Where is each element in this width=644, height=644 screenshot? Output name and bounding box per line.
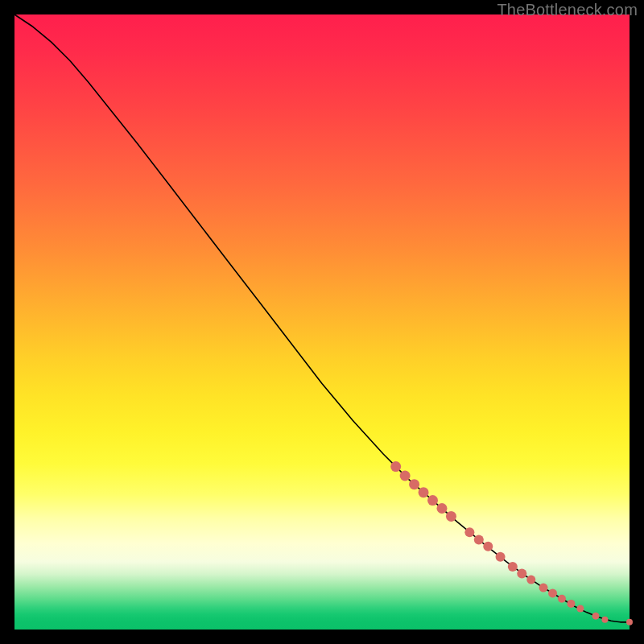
data-point-marker xyxy=(592,613,599,620)
data-point-marker xyxy=(576,605,584,613)
data-point-marker xyxy=(436,503,447,514)
data-point-marker xyxy=(539,584,548,592)
data-point-marker xyxy=(400,471,411,481)
data-point-marker xyxy=(601,617,608,623)
chart-stage: TheBottleneck.com xyxy=(0,0,644,644)
data-point-marker xyxy=(517,568,526,578)
data-point-marker xyxy=(474,535,484,544)
series-markers xyxy=(390,461,633,625)
data-point-marker xyxy=(567,600,575,608)
data-point-marker xyxy=(464,527,474,537)
chart-plot-area xyxy=(14,14,630,630)
data-point-marker xyxy=(419,487,429,497)
data-point-marker xyxy=(558,595,566,603)
data-point-marker xyxy=(526,576,535,584)
series-line xyxy=(14,14,630,622)
data-point-marker xyxy=(427,495,438,506)
data-point-marker xyxy=(446,511,456,522)
data-point-marker xyxy=(508,562,518,572)
watermark-text: TheBottleneck.com xyxy=(497,1,638,19)
data-point-marker xyxy=(409,479,419,489)
data-point-marker xyxy=(496,552,506,562)
data-point-marker xyxy=(626,619,633,625)
data-point-marker xyxy=(483,542,493,551)
chart-svg xyxy=(14,14,630,630)
data-point-marker xyxy=(390,461,401,472)
data-point-marker xyxy=(548,588,557,597)
